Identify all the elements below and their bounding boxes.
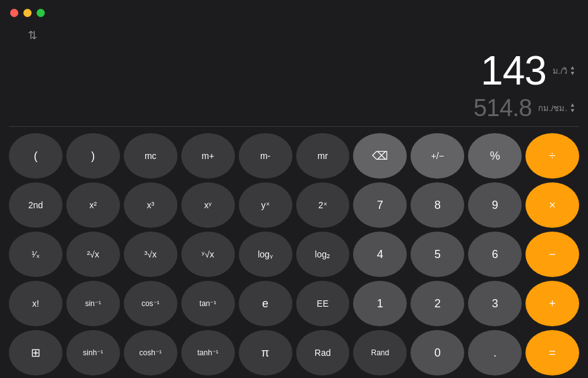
log2-button[interactable]: log₂ <box>296 232 350 277</box>
x-factorial-button[interactable]: x! <box>9 281 63 326</box>
main-value: 143 <box>481 50 546 91</box>
tanh-inv-button[interactable]: tanh⁻¹ <box>181 330 235 375</box>
0-button[interactable]: 0 <box>411 330 464 375</box>
buttons-grid: ()mcm+m-mr⌫+/−%÷2ndx²x³xʸyˣ2ˣ789×¹⁄ₓ²√x³… <box>0 129 588 378</box>
secondary-unit-badge[interactable]: กม./ชม. ▲ ▼ <box>538 102 575 115</box>
minimize-button[interactable] <box>23 9 32 17</box>
equals-button[interactable]: = <box>525 330 579 375</box>
9-button[interactable]: 9 <box>468 182 522 228</box>
x-cubed-button[interactable]: x³ <box>124 182 177 228</box>
main-unit-text: ม./วิ <box>553 64 567 78</box>
subtract-button[interactable]: − <box>525 232 579 277</box>
secondary-value: 514.8 <box>474 96 532 120</box>
sinh-inv-button[interactable]: sinh⁻¹ <box>66 330 120 375</box>
close-button[interactable] <box>10 9 18 17</box>
2-button[interactable]: 2 <box>411 281 464 326</box>
x-y-button[interactable]: xʸ <box>181 182 235 228</box>
main-unit-stepper[interactable]: ▲ ▼ <box>570 65 575 76</box>
7-button[interactable]: 7 <box>353 182 407 228</box>
open-paren-button[interactable]: ( <box>9 133 63 179</box>
4-button[interactable]: 4 <box>353 232 407 277</box>
1-over-x-button[interactable]: ¹⁄ₓ <box>9 232 63 277</box>
separator <box>9 126 579 127</box>
2nd-root-button[interactable]: ²√x <box>66 232 120 277</box>
mr-button[interactable]: mr <box>296 133 350 179</box>
e-button[interactable]: e <box>239 281 292 326</box>
cos-inv-button[interactable]: cos⁻¹ <box>124 281 177 326</box>
8-button[interactable]: 8 <box>411 182 464 228</box>
secondary-display-row: 514.8 กม./ชม. ▲ ▼ <box>13 93 575 122</box>
sort-icon[interactable]: ⇅ <box>28 28 37 42</box>
log-y-button[interactable]: logᵧ <box>239 232 292 277</box>
yth-root-button[interactable]: ʸ√x <box>181 232 235 277</box>
display-top-row: ⇅ <box>13 23 575 48</box>
maximize-button[interactable] <box>37 9 45 17</box>
cosh-inv-button[interactable]: cosh⁻¹ <box>124 330 177 375</box>
main-display-row: 143 ม./วิ ▲ ▼ <box>13 48 575 93</box>
3rd-root-button[interactable]: ³√x <box>124 232 177 277</box>
6-button[interactable]: 6 <box>468 232 522 277</box>
m-plus-button[interactable]: m+ <box>181 133 235 179</box>
rad-button[interactable]: Rad <box>296 330 350 375</box>
EE-button[interactable]: EE <box>296 281 350 326</box>
x-squared-button[interactable]: x² <box>66 182 120 228</box>
add-button[interactable]: + <box>525 281 579 326</box>
secondary-unit-stepper[interactable]: ▲ ▼ <box>570 102 575 114</box>
divide-button[interactable]: ÷ <box>525 133 579 179</box>
m-minus-button[interactable]: m- <box>239 133 292 179</box>
title-bar <box>0 0 588 23</box>
y-x-button[interactable]: yˣ <box>239 182 292 228</box>
sin-inv-button[interactable]: sin⁻¹ <box>66 281 120 326</box>
percent-button[interactable]: % <box>468 133 522 179</box>
multiply-button[interactable]: × <box>525 182 579 228</box>
plus-minus-button[interactable]: +/− <box>411 133 464 179</box>
secondary-unit-text: กม./ชม. <box>538 102 567 115</box>
tan-inv-button[interactable]: tan⁻¹ <box>181 281 235 326</box>
display-area: ⇅ 143 ม./วิ ▲ ▼ 514.8 กม./ชม. ▲ ▼ <box>0 23 588 126</box>
decimal-button[interactable]: . <box>468 330 522 375</box>
backspace-button[interactable]: ⌫ <box>353 133 407 179</box>
main-unit-badge[interactable]: ม./วิ ▲ ▼ <box>553 64 575 78</box>
5-button[interactable]: 5 <box>411 232 464 277</box>
1-button[interactable]: 1 <box>353 281 407 326</box>
mc-button[interactable]: mc <box>124 133 177 179</box>
rand-button[interactable]: Rand <box>353 330 407 375</box>
3-button[interactable]: 3 <box>468 281 522 326</box>
pi-button[interactable]: π <box>239 330 292 375</box>
close-paren-button[interactable]: ) <box>66 133 120 179</box>
2-x-button[interactable]: 2ˣ <box>296 182 350 228</box>
2nd-button[interactable]: 2nd <box>9 182 63 228</box>
grid-button[interactable]: ⊞ <box>9 330 63 375</box>
